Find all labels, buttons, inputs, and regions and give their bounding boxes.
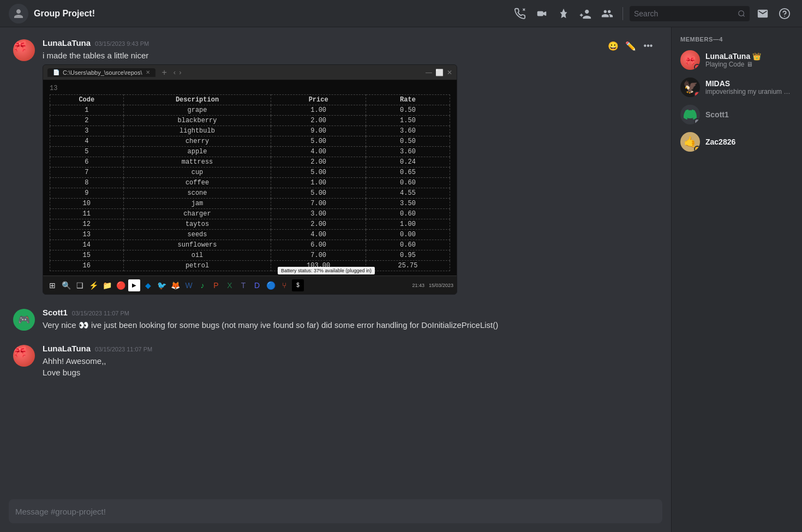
table-cell: scone bbox=[123, 188, 271, 199]
message-content: Scott1 03/15/2023 11:07 PM Very nice 👀 i… bbox=[43, 308, 658, 331]
svg-point-5 bbox=[784, 15, 785, 16]
table-cell: 1.00 bbox=[271, 178, 366, 188]
edge-icon[interactable]: ⚡ bbox=[87, 279, 99, 291]
spotify-icon[interactable]: ♪ bbox=[196, 279, 208, 291]
word-icon[interactable]: W bbox=[183, 279, 195, 291]
table-cell: oil bbox=[123, 250, 271, 261]
members-section-header: MEMBERS—4 bbox=[676, 36, 798, 43]
table-cell: 4.55 bbox=[366, 188, 450, 199]
terminal-line-number: 13 bbox=[50, 85, 450, 92]
table-row: 7cup5.000.65 bbox=[50, 168, 450, 178]
message-username: LunaLaTuna bbox=[43, 344, 91, 353]
table-cell: jam bbox=[123, 199, 271, 209]
member-avatar: 🤙 bbox=[680, 132, 700, 152]
git-icon[interactable]: ⑂ bbox=[278, 279, 290, 291]
member-info: Scott1 bbox=[705, 110, 793, 119]
add-member-icon[interactable] bbox=[577, 5, 594, 22]
member-item[interactable]: Scott1 bbox=[676, 101, 798, 128]
members-icon[interactable] bbox=[598, 5, 616, 22]
message-header: Scott1 03/15/2023 11:07 PM bbox=[43, 308, 658, 317]
table-row: 14sunflowers6.000.60 bbox=[50, 240, 450, 250]
table-cell: 10 bbox=[50, 199, 124, 209]
table-row: 15oil7.000.95 bbox=[50, 250, 450, 261]
more-options-button[interactable]: ••• bbox=[641, 38, 656, 53]
restore-icon[interactable]: ⬜ bbox=[435, 69, 444, 76]
messages-list: 🎀 LunaLaTuna 03/15/2023 9:43 PM i made t… bbox=[0, 27, 671, 499]
terminal-nav-next[interactable]: › bbox=[179, 68, 181, 76]
win-start-icon[interactable]: ⊞ bbox=[46, 279, 58, 291]
inbox-icon[interactable] bbox=[754, 5, 771, 22]
members-sidebar: MEMBERS—4 🎀 LunaLaTuna 👑 Playing Code 🖥 … bbox=[671, 27, 802, 532]
app1-icon[interactable]: 🔴 bbox=[115, 279, 127, 291]
table-cell: coffee bbox=[123, 178, 271, 188]
ppt-icon[interactable]: P bbox=[210, 279, 222, 291]
col-price: Price bbox=[271, 95, 366, 105]
table-cell: 11 bbox=[50, 209, 124, 219]
xl-icon[interactable]: X bbox=[224, 279, 236, 291]
terminal-nav-prev[interactable]: ‹ bbox=[173, 68, 176, 76]
member-item[interactable]: 🦅 MIDAS impoverishing my uranium so i... bbox=[676, 74, 798, 100]
message-actions: 😀 ✏️ ••• bbox=[606, 38, 656, 53]
explorer-icon[interactable]: 📁 bbox=[101, 279, 113, 291]
status-indicator bbox=[694, 118, 700, 124]
discord-icon[interactable]: D bbox=[251, 279, 263, 291]
table-row: 13seeds4.000.00 bbox=[50, 230, 450, 240]
message-content: LunaLaTuna 03/15/2023 9:43 PM i made the… bbox=[43, 38, 658, 295]
minimize-icon[interactable]: — bbox=[426, 69, 432, 76]
table-cell: cherry bbox=[123, 136, 271, 147]
message-item: 🎀 LunaLaTuna 03/15/2023 11:07 PM Ahhh! A… bbox=[9, 342, 662, 380]
member-status: impoverishing my uranium so i... bbox=[705, 88, 793, 95]
table-cell: apple bbox=[123, 147, 271, 157]
status-indicator bbox=[694, 64, 700, 70]
search-taskbar-icon[interactable]: 🔍 bbox=[60, 279, 72, 291]
terminal-icon[interactable]: ▶ bbox=[128, 279, 140, 291]
new-tab-icon[interactable]: + bbox=[162, 68, 167, 77]
teams-icon[interactable]: T bbox=[237, 279, 249, 291]
table-cell: 5.00 bbox=[271, 188, 366, 199]
table-cell: 5.00 bbox=[271, 168, 366, 178]
close-window-icon[interactable]: ✕ bbox=[447, 69, 452, 76]
phone-icon[interactable] bbox=[511, 5, 529, 22]
video-icon[interactable] bbox=[533, 5, 550, 22]
table-cell: 7.00 bbox=[271, 199, 366, 209]
member-avatar bbox=[680, 105, 700, 124]
table-cell: petrol bbox=[123, 261, 271, 271]
table-header-row: Code Description Price Rate bbox=[50, 95, 450, 105]
main-layout: 🎀 LunaLaTuna 03/15/2023 9:43 PM i made t… bbox=[0, 27, 802, 532]
member-info: Zac2826 bbox=[705, 138, 793, 146]
table-row: 8coffee1.000.60 bbox=[50, 178, 450, 188]
table-cell: 0.50 bbox=[366, 136, 450, 147]
member-item[interactable]: 🎀 LunaLaTuna 👑 Playing Code 🖥 bbox=[676, 47, 798, 73]
help-icon[interactable] bbox=[776, 5, 793, 22]
table-cell: 8 bbox=[50, 178, 124, 188]
taskview-icon[interactable]: ❑ bbox=[74, 279, 86, 291]
member-avatar: 🦅 bbox=[680, 77, 700, 97]
search-input[interactable] bbox=[634, 9, 734, 18]
channel-icon bbox=[9, 4, 28, 23]
table-cell: 7 bbox=[50, 168, 124, 178]
terminal2-icon[interactable]: $ bbox=[292, 279, 304, 291]
edit-message-button[interactable]: ✏️ bbox=[623, 38, 638, 53]
table-cell: 3.60 bbox=[366, 126, 450, 136]
vscode-icon[interactable]: ◆ bbox=[142, 279, 154, 291]
table-cell: 14 bbox=[50, 240, 124, 250]
terminal-tab-label: C:\Users\abby_\source\repos\ bbox=[63, 69, 142, 76]
table-row: 11charger3.000.60 bbox=[50, 209, 450, 219]
message-timestamp: 03/15/2023 11:07 PM bbox=[72, 310, 129, 316]
taskbar-date-text: 15/03/2023 bbox=[429, 283, 453, 288]
firefox-icon[interactable]: 🦊 bbox=[169, 279, 181, 291]
table-cell: 9 bbox=[50, 188, 124, 199]
message-input-box[interactable]: Message #group-project! bbox=[9, 499, 662, 523]
message-content: LunaLaTuna 03/15/2023 11:07 PM Ahhh! Awe… bbox=[43, 344, 658, 378]
tab-close-icon[interactable]: ✕ bbox=[146, 69, 150, 75]
member-item[interactable]: 🤙 Zac2826 bbox=[676, 129, 798, 155]
pin-icon[interactable] bbox=[555, 5, 572, 22]
emoji-reaction-button[interactable]: 😀 bbox=[606, 38, 621, 53]
message-header: LunaLaTuna 03/15/2023 11:07 PM bbox=[43, 344, 658, 353]
table-cell: 25.75 bbox=[366, 261, 450, 271]
app2-icon[interactable]: 🐦 bbox=[155, 279, 167, 291]
chrome-icon[interactable]: 🔵 bbox=[265, 279, 277, 291]
table-row: 4cherry5.000.50 bbox=[50, 136, 450, 147]
status-indicator bbox=[694, 146, 700, 152]
search-bar[interactable] bbox=[630, 6, 750, 21]
